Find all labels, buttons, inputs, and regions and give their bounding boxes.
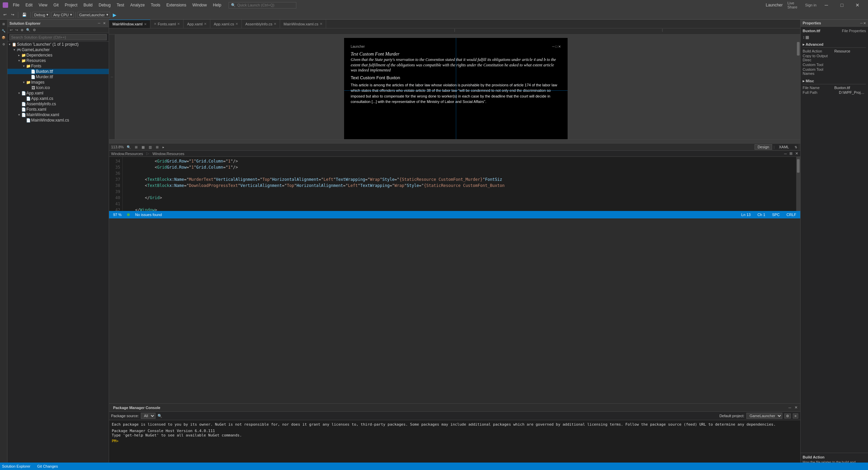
tree-item-mainxamlcs[interactable]: 📄 MainWindow.xaml.cs bbox=[7, 118, 109, 123]
menu-test[interactable]: Test bbox=[114, 2, 127, 8]
menu-file[interactable]: File bbox=[10, 2, 22, 8]
rp-sort-icon[interactable]: ↕ bbox=[803, 35, 805, 40]
se-pin-btn[interactable]: ─ bbox=[97, 21, 101, 25]
live-share-btn[interactable]: Live Share bbox=[787, 0, 803, 10]
tab-app-cs-close[interactable]: ✕ bbox=[235, 22, 238, 26]
grid-icon-1[interactable]: ⊞ bbox=[134, 145, 139, 149]
bottom-panel-close[interactable]: ✕ bbox=[793, 405, 799, 410]
code-vscroll[interactable] bbox=[796, 157, 800, 211]
rp-group-icon[interactable]: ▦ bbox=[805, 35, 809, 40]
menu-debug[interactable]: Debug bbox=[96, 2, 113, 8]
menu-view[interactable]: View bbox=[36, 2, 50, 8]
code-editor-area[interactable]: <Grid Grid.Row="1" Grid.Column="1"/> <Gr… bbox=[123, 157, 796, 211]
menu-project[interactable]: Project bbox=[62, 2, 80, 8]
tree-item-images[interactable]: ▾ 📁 Images bbox=[7, 80, 109, 85]
tab-mainwindow-cs-close[interactable]: ✕ bbox=[320, 22, 322, 26]
tree-item-appxamlcs[interactable]: 📄 App.xaml.cs bbox=[7, 96, 109, 101]
tree-item-solution[interactable]: ▾ 📋 Solution 'Launcher' (1 of 1 project) bbox=[7, 42, 109, 47]
tab-assemblyinfo-close[interactable]: ✕ bbox=[274, 22, 276, 26]
design-btn[interactable]: Design bbox=[755, 144, 772, 150]
tree-item-resources[interactable]: ▾ 📁 Resources bbox=[7, 58, 109, 63]
tab-mainwindow-xaml[interactable]: MainWindow.xaml ✕ bbox=[109, 20, 150, 28]
tree-item-murder[interactable]: 📄 Murder.ttf bbox=[7, 74, 109, 80]
left-icon-1[interactable]: ⊞ bbox=[1, 21, 7, 27]
left-icon-4[interactable]: ⚙ bbox=[1, 41, 7, 47]
swap-icon[interactable]: ⇅ bbox=[793, 145, 798, 149]
minimize-btn[interactable]: ─ bbox=[819, 0, 834, 10]
status-col: Ch 1 bbox=[756, 213, 766, 217]
tab-mainwindow-close[interactable]: ✕ bbox=[144, 22, 147, 26]
status-encoding: CRLF bbox=[785, 213, 798, 217]
tab-fonts-close[interactable]: ✕ bbox=[177, 22, 180, 26]
titlebar: File Edit View Git Project Build Debug T… bbox=[0, 0, 868, 10]
tree-item-iconico[interactable]: 🖼 Icon.ico bbox=[7, 85, 109, 90]
platform-dropdown[interactable]: Any CPU ▾ bbox=[51, 12, 73, 18]
xaml-btn[interactable]: XAML bbox=[776, 144, 792, 150]
pkg-source-select[interactable]: All bbox=[141, 413, 155, 419]
left-icon-2[interactable]: 🔧 bbox=[1, 28, 7, 34]
se-close-btn[interactable]: ✕ bbox=[102, 21, 107, 25]
zoom-icon[interactable]: 🔍 bbox=[126, 145, 132, 149]
tree-item-appxaml[interactable]: ▾ 📄 App.xaml bbox=[7, 90, 109, 96]
se-tb-2[interactable]: ↪ bbox=[14, 28, 19, 32]
tree-item-gamelauncher[interactable]: ▾ 🎮 GameLauncher bbox=[7, 47, 109, 52]
menu-extensions[interactable]: Extensions bbox=[164, 2, 189, 8]
preview-viewport[interactable]: Launcher ─ □ ✕ bbox=[115, 35, 796, 139]
quick-launch-box[interactable]: 🔍 bbox=[229, 2, 296, 8]
tree-item-buxton[interactable]: 📄 Buxton.ttf bbox=[7, 69, 109, 74]
left-icon-3[interactable]: 📦 bbox=[1, 35, 7, 41]
project-dropdown[interactable]: GameLauncher ▾ bbox=[78, 12, 110, 18]
menu-analyze[interactable]: Analyze bbox=[128, 2, 148, 8]
menu-help[interactable]: Help bbox=[210, 2, 224, 8]
tab-app-close[interactable]: ✕ bbox=[204, 22, 207, 26]
pkg-toolbar-btn-2[interactable]: ≡ bbox=[793, 413, 798, 419]
toolbar-undo[interactable]: ↩ bbox=[1, 12, 8, 18]
more-icon[interactable]: ▸ bbox=[162, 145, 165, 149]
sign-in-btn[interactable]: Sign in bbox=[803, 0, 819, 10]
toolbar-redo[interactable]: ↪ bbox=[9, 12, 16, 18]
preview-container[interactable]: ─ Launcher ─ □ ✕ bbox=[109, 35, 800, 139]
tree-item-fonts[interactable]: ▾ 📁 Fonts bbox=[7, 63, 109, 69]
snap-icon[interactable]: ⊞ bbox=[155, 145, 160, 149]
status-git[interactable]: Git Changes bbox=[37, 464, 58, 468]
grid-icon-3[interactable]: ▥ bbox=[148, 145, 153, 149]
close-btn[interactable]: ✕ bbox=[850, 0, 865, 10]
se-tb-5[interactable]: ⚙ bbox=[32, 28, 37, 32]
se-search-input[interactable] bbox=[9, 34, 107, 40]
xaml-editor-expand[interactable]: ⊞ bbox=[789, 151, 792, 156]
tab-app-xaml[interactable]: App.xaml ✕ bbox=[184, 20, 210, 28]
tab-mainwindow-cs[interactable]: MainWindow.xaml.cs ✕ bbox=[280, 20, 326, 28]
quick-launch-input[interactable] bbox=[237, 3, 288, 7]
tree-item-mainxaml[interactable]: ▾ 📄 MainWindow.xaml bbox=[7, 112, 109, 118]
xaml-editor-pin[interactable]: ─ bbox=[784, 152, 787, 156]
rp-pin[interactable]: ─ bbox=[860, 21, 863, 25]
menu-window[interactable]: Window bbox=[190, 2, 210, 8]
status-se[interactable]: Solution Explorer bbox=[2, 464, 30, 468]
tab-fonts-xaml[interactable]: ✕ Fonts.xaml ✕ bbox=[150, 20, 184, 28]
rp-close[interactable]: ✕ bbox=[863, 21, 866, 25]
se-tb-1[interactable]: ↩ bbox=[9, 28, 14, 32]
tree-item-dependencies[interactable]: ▸ 📁 Dependencies bbox=[7, 52, 109, 58]
menu-git[interactable]: Git bbox=[51, 2, 61, 8]
maximize-btn[interactable]: □ bbox=[834, 0, 850, 10]
preview-vscroll[interactable] bbox=[796, 35, 800, 139]
grid-icon-2[interactable]: ▦ bbox=[141, 145, 146, 149]
se-tb-4[interactable]: 🔍 bbox=[25, 28, 31, 32]
run-btn[interactable]: ▶ bbox=[111, 12, 119, 18]
pkg-manager-console[interactable]: Each package is licensed to you by its o… bbox=[109, 420, 800, 463]
menu-edit[interactable]: Edit bbox=[23, 2, 35, 8]
pkg-toolbar-btn-1[interactable]: ⚙ bbox=[784, 413, 791, 419]
tree-item-assemblyinfo[interactable]: 📄 AssemblyInfo.cs bbox=[7, 101, 109, 107]
xaml-editor-close[interactable]: ✕ bbox=[795, 151, 798, 156]
bottom-panel-pin[interactable]: ─ bbox=[787, 406, 792, 410]
menu-tools[interactable]: Tools bbox=[148, 2, 163, 8]
preview-hscroll[interactable] bbox=[109, 139, 800, 143]
debug-mode-dropdown[interactable]: Debug ▾ bbox=[33, 12, 50, 18]
menu-build[interactable]: Build bbox=[81, 2, 96, 8]
tree-item-fontsxaml[interactable]: 📄 Fonts.xaml bbox=[7, 107, 109, 112]
toolbar-save[interactable]: 💾 bbox=[20, 12, 29, 18]
pkg-default-select[interactable]: GameLauncher bbox=[746, 413, 782, 419]
tab-app-xaml-cs[interactable]: App.xaml.cs ✕ bbox=[210, 20, 242, 28]
se-tb-3[interactable]: ⊕ bbox=[20, 28, 24, 32]
tab-assemblyinfo[interactable]: AssemblyInfo.cs ✕ bbox=[242, 20, 280, 28]
